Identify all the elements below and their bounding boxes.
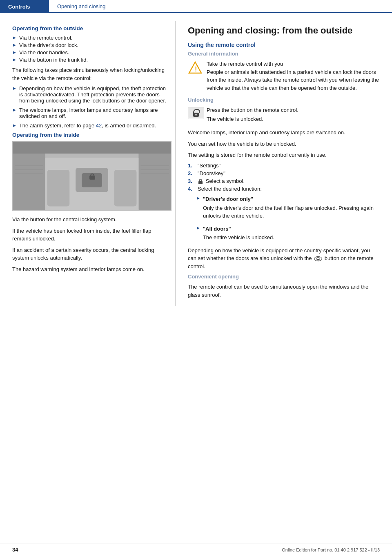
num-item-4: Select the desired function:	[198, 186, 262, 192]
warning-icon: !	[188, 61, 203, 76]
page-link[interactable]: 42	[96, 122, 102, 129]
following-text: The following takes place simultaneously…	[12, 66, 167, 82]
inside-body3: If an accident of a certain severity occ…	[12, 246, 167, 262]
header-controls-tab: Controls	[0, 0, 49, 13]
interior-image	[12, 141, 172, 211]
warning-box: ! Take the remote control with you Peopl…	[188, 60, 380, 92]
svg-rect-2	[138, 149, 171, 210]
bullet-text: Via the door handles.	[19, 49, 69, 56]
list-item: ► The welcome lamps, interior lamps and …	[12, 107, 167, 119]
svg-rect-23	[198, 181, 203, 184]
right-body2: You can set how the vehicle is to be unl…	[188, 140, 380, 148]
bullet-arrow-icon: ►	[12, 57, 17, 62]
right-column: Opening and closing: from the outside Us…	[176, 21, 392, 306]
page-footer: 34 Online Edition for Part no. 01 40 2 9…	[0, 543, 392, 556]
svg-text:!: !	[195, 66, 197, 73]
interior-image-inner	[13, 142, 171, 210]
svg-rect-9	[47, 170, 70, 207]
unlock-icon	[188, 107, 203, 118]
bullet-arrow-icon: ►	[12, 50, 17, 55]
right-body4: Depending on how the vehicle is equipped…	[188, 247, 380, 271]
inside-body4: The hazard warning system and interior l…	[12, 265, 167, 274]
inside-body2: If the vehicle has been locked from insi…	[12, 227, 167, 243]
svg-rect-25	[317, 259, 320, 260]
list-item: ► Via the remote control.	[12, 35, 167, 41]
list-item: 2. "Doors/key"	[188, 170, 380, 176]
numbered-list: 1. "Settings" 2. "Doors/key" 3. Select a…	[188, 162, 380, 192]
num-item-1: "Settings"	[198, 162, 220, 169]
footer-info: Online Edition for Part no. 01 40 2 917 …	[282, 547, 380, 552]
bullet-arrow-icon: ►	[12, 42, 17, 47]
num-item-2: "Doors/key"	[198, 170, 225, 176]
svg-rect-4	[13, 141, 171, 153]
car-unlock-icon	[314, 256, 322, 262]
bullet-text: Depending on how the vehicle is equipped…	[19, 85, 167, 104]
list-item: 1. "Settings"	[188, 162, 380, 169]
outside-bullet-list: ► Via the remote control. ► Via the driv…	[12, 35, 167, 63]
list-item: ► Via the driver's door lock.	[12, 42, 167, 48]
bullet-arrow-icon: ►	[196, 225, 200, 230]
header-section-tab: Opening and closing	[49, 0, 392, 13]
inside-section-title: Operating from the inside	[12, 132, 167, 138]
sub-option-2: ► "All doors" The entire vehicle is unlo…	[196, 225, 380, 245]
warning-text: Take the remote control with you People …	[207, 60, 380, 92]
outside-section-title: Operating from the outside	[12, 25, 167, 31]
svg-rect-7	[89, 176, 95, 180]
inside-body1: Via the button for the central locking s…	[12, 216, 167, 224]
warning-line2: People or animals left unattended in a p…	[207, 69, 379, 91]
list-item: ► The alarm system, refer to page 42, is…	[12, 122, 167, 129]
right-body3: The setting is stored for the remote con…	[188, 151, 380, 159]
warning-line1: Take the remote control with you	[207, 61, 283, 67]
svg-point-22	[195, 114, 197, 116]
sub-option-drivers-label: "Driver's door only"	[203, 195, 380, 203]
page-number: 34	[12, 547, 18, 553]
bullet-text: Via the button in the trunk lid.	[19, 57, 88, 63]
left-column: Operating from the outside ► Via the rem…	[0, 21, 176, 306]
svg-rect-1	[13, 149, 45, 210]
convenient-opening-subtitle: Convenient opening	[188, 274, 380, 280]
right-body1: Welcome lamps, interior lamp and courtes…	[188, 129, 380, 137]
unlock-box: Press the button on the remote control. …	[188, 106, 380, 126]
bullet-arrow-icon: ►	[12, 86, 17, 91]
using-remote-title: Using the remote control	[188, 42, 380, 48]
right-body5: The remote control can be used to simult…	[188, 283, 380, 299]
bullet-arrow-icon: ►	[12, 35, 17, 40]
bullet-text: Via the remote control.	[19, 35, 73, 41]
list-item: 3. Select a symbol.	[188, 178, 380, 185]
sub-option-alldoors-label: "All doors"	[203, 225, 274, 233]
svg-rect-10	[114, 170, 137, 207]
page-title: Opening and closing: from the outside	[188, 25, 380, 36]
outside-detail-bullet-list: ► Depending on how the vehicle is equipp…	[12, 85, 167, 129]
unlocking-subtitle: Unlocking	[188, 97, 380, 103]
sub-option-drivers-text: Only the driver's door and the fuel fill…	[203, 204, 380, 220]
main-content: Operating from the outside ► Via the rem…	[0, 13, 392, 314]
unlock-text1: Press the button on the remote control.	[207, 106, 298, 114]
bullet-text: The welcome lamps, interior lamps and co…	[19, 107, 167, 119]
sub-options: ► "Driver's door only" Only the driver's…	[188, 195, 380, 245]
bullet-text: The alarm system, refer to page 42, is a…	[19, 122, 156, 129]
bullet-arrow-icon: ►	[12, 123, 17, 128]
list-item: ► Via the door handles.	[12, 49, 167, 56]
interior-svg	[13, 141, 171, 211]
sub-option-alldoors-text: The entire vehicle is unlocked.	[203, 234, 274, 242]
sub-option-1: ► "Driver's door only" Only the driver's…	[196, 195, 380, 223]
page-header: Controls Opening and closing	[0, 0, 392, 13]
unlock-text2: The vehicle is unlocked.	[207, 115, 298, 123]
section-label: Opening and closing	[57, 3, 106, 9]
controls-label: Controls	[8, 4, 30, 10]
unlock-text: Press the button on the remote control. …	[207, 106, 298, 126]
list-item: 4. Select the desired function:	[188, 186, 380, 192]
bullet-arrow-icon: ►	[12, 107, 17, 112]
general-info-subtitle: General information	[188, 51, 380, 57]
list-item: ► Depending on how the vehicle is equipp…	[12, 85, 167, 104]
svg-rect-6	[82, 173, 102, 187]
bullet-text: Via the driver's door lock.	[19, 42, 78, 48]
bullet-arrow-icon: ►	[196, 196, 200, 200]
list-item: ► Via the button in the trunk lid.	[12, 57, 167, 63]
lock-icon	[198, 178, 203, 184]
num-item-3: Select a symbol.	[198, 178, 245, 185]
